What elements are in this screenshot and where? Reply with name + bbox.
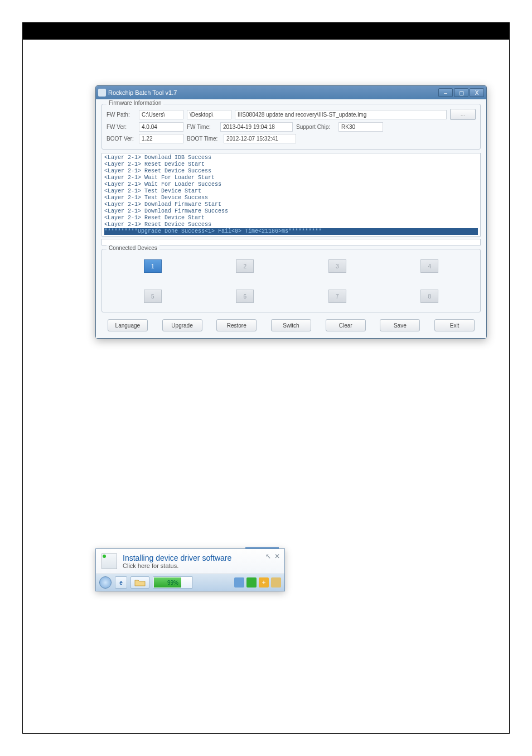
device-slot-4[interactable]: 4 [420, 259, 438, 273]
tray-safely-remove-icon[interactable] [271, 577, 281, 588]
save-button[interactable]: Save [380, 319, 420, 331]
tray-new-hardware-icon[interactable]: + [259, 577, 269, 588]
supportchip-value: RK30 [338, 122, 383, 132]
log-line: <Layer 2-1> Wait For Loader Success [104, 181, 478, 188]
device-slot-7[interactable]: 7 [328, 290, 346, 303]
clear-button[interactable]: Clear [326, 319, 366, 331]
maximize-button[interactable]: ▢ [454, 88, 468, 97]
device-slot-5[interactable]: 5 [144, 290, 162, 303]
restore-button[interactable]: Restore [216, 319, 257, 331]
device-slot-3[interactable]: 3 [328, 259, 346, 273]
cursor-icon: ↖ [265, 552, 271, 560]
language-button[interactable]: Language [108, 319, 148, 331]
fwpath-value-3: IIIS080428 update and recovery\IIIS-ST_u… [235, 110, 447, 119]
device-icon [101, 553, 117, 569]
boottime-label: BOOT Time: [187, 136, 220, 142]
bootver-value: 1.22 [139, 134, 183, 143]
tray-action-center-icon[interactable] [234, 577, 244, 588]
taskbar: e 99% + [96, 574, 284, 591]
boottime-value: 2012-12-07 15:32:41 [224, 134, 296, 143]
log-line: <Layer 2-1> Reset Device Success [104, 168, 478, 175]
firmware-legend: Firmware Information [107, 100, 163, 106]
log-line: <Layer 2-1> Test Device Success [104, 195, 478, 201]
balloon-subtitle: Click here for status. [123, 562, 231, 569]
connected-devices-group: Connected Devices 1 2 3 4 5 6 7 8 [101, 249, 481, 312]
rockchip-batch-tool-window: Rockchip Batch Tool v1.7 – ▢ X Firmware … [95, 85, 487, 339]
log-line: <Layer 2-1> Reset Device Start [104, 215, 478, 221]
switch-button[interactable]: Switch [271, 319, 311, 331]
log-line: <Layer 2-1> Download Firmware Success [104, 208, 478, 215]
device-slot-1[interactable]: 1 [144, 259, 162, 273]
close-button[interactable]: X [470, 88, 484, 97]
supportchip-label: Support Chip: [296, 124, 335, 130]
explorer-taskbar-icon[interactable] [130, 576, 149, 589]
download-progress-taskbar[interactable]: 99% [153, 576, 193, 589]
start-button[interactable] [99, 576, 112, 589]
device-slot-6[interactable]: 6 [236, 290, 254, 303]
log-line: <Layer 2-1> Test Device Start [104, 188, 478, 195]
log-line: <Layer 2-1> Wait For Loader Start [104, 175, 478, 181]
log-output[interactable]: <Layer 2-1> Download IDB Success <Layer … [101, 153, 481, 237]
firmware-info-group: Firmware Information FW Path: C:\Users\ … [101, 104, 481, 150]
fwpath-value-1: C:\Users\ [139, 110, 183, 119]
balloon-tooltip[interactable]: Installing device driver software Click … [96, 549, 284, 574]
driver-install-notification: Installing device driver software Click … [95, 548, 285, 591]
fwver-value: 4.0.04 [139, 122, 183, 132]
browse-button[interactable]: … [450, 109, 476, 120]
fwtime-label: FW Time: [187, 124, 217, 130]
log-line: <Layer 2-1> Download Firmware Start [104, 201, 478, 208]
app-icon [98, 89, 106, 97]
progress-percent: 99% [167, 580, 178, 586]
fwpath-label: FW Path: [107, 112, 136, 118]
exit-button[interactable]: Exit [434, 319, 475, 331]
balloon-close-icon[interactable]: ✕ [274, 552, 280, 560]
log-line: <Layer 2-1> Reset Device Start [104, 161, 478, 168]
balloon-title: Installing device driver software [123, 553, 231, 562]
button-row: Language Upgrade Restore Switch Clear Sa… [101, 316, 481, 333]
fwtime-value: 2013-04-19 19:04:18 [220, 122, 293, 132]
log-line: <Layer 2-1> Reset Device Success [104, 221, 478, 228]
bootver-label: BOOT Ver: [107, 136, 136, 142]
minimize-button[interactable]: – [438, 88, 453, 97]
device-slot-2[interactable]: 2 [236, 259, 254, 273]
fwver-label: FW Ver: [107, 124, 136, 130]
fwpath-value-2: \Desktop\ [187, 110, 231, 119]
log-highlight: **********Upgrade Done Success<1> Fail<0… [104, 228, 478, 235]
ie-taskbar-icon[interactable]: e [115, 576, 127, 589]
window-title: Rockchip Batch Tool v1.7 [108, 89, 438, 96]
log-line: <Layer 2-1> Download IDB Success [104, 155, 478, 161]
upgrade-button[interactable]: Upgrade [162, 319, 202, 331]
titlebar: Rockchip Batch Tool v1.7 – ▢ X [96, 86, 486, 99]
tray-network-icon[interactable] [246, 577, 257, 588]
devices-legend: Connected Devices [107, 245, 159, 251]
device-slot-8[interactable]: 8 [420, 290, 438, 303]
